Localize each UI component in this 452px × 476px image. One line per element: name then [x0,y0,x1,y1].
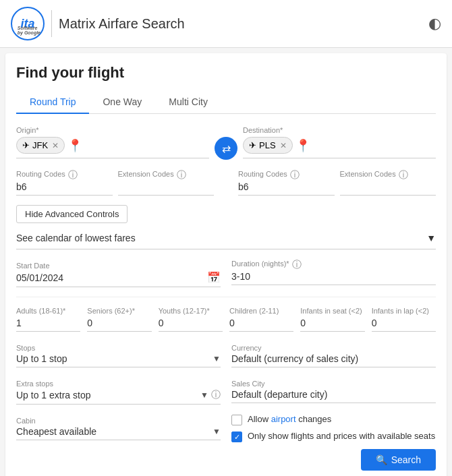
dest-plane-icon: ✈ [249,140,256,150]
destination-pin-icon[interactable]: 📍 [295,138,310,153]
search-button-label: Search [391,454,421,465]
logo-subtext: Softwareby Google [18,26,40,35]
start-date-field: Start Date 📅 [16,259,221,287]
airport-changes-checkbox[interactable] [231,415,242,425]
calendar-link-text: See calendar of lowest fares [16,233,136,243]
passengers-row: Adults (18-61)* Seniors (62+)* Youths (1… [16,307,436,332]
origin-routing-label: Routing Codes [16,170,65,178]
origin-label: Origin* [16,126,209,134]
origin-field: Origin* ✈ JFK ✕ 📍 [16,126,209,158]
calendar-link[interactable]: See calendar of lowest fares ▼ [16,233,436,249]
swap-button[interactable]: ⇄ [215,137,237,160]
tab-round-trip[interactable]: Round Trip [16,91,89,114]
cabin-arrow-icon: ▼ [213,427,221,436]
currency-field: Currency Default (currency of sales city… [231,341,436,367]
dest-extension-help-icon[interactable]: ⓘ [399,169,408,181]
stops-arrow-icon: ▼ [213,354,221,363]
date-duration-row: Start Date 📅 Duration (nights)* ⓘ [16,259,436,287]
infants-lap-label: Infants in lap (<2) [372,307,436,315]
origin-extension-input[interactable] [118,181,215,192]
youths-input[interactable] [159,318,223,332]
cabin-label: Cabin [16,417,36,425]
seniors-input[interactable] [87,318,151,332]
origin-extension-label: Extension Codes [118,170,174,178]
logo-icon: ita Softwareby Google [11,7,45,40]
main-content: Find your flight Round Trip One Way Mult… [5,53,447,476]
available-seats-label: Only show flights and prices with availa… [248,431,435,441]
dest-routing-label: Routing Codes [238,170,287,178]
sales-city-label: Sales City [231,380,265,388]
extra-stops-dropdown[interactable]: Up to 1 extra stop ▼ ⓘ [16,389,221,405]
infants-lap-field: Infants in lap (<2) [372,307,436,332]
tab-one-way[interactable]: One Way [89,91,155,114]
logo-divider [51,10,52,37]
extra-stops-field: Extra stops Up to 1 extra stop ▼ ⓘ [16,377,221,405]
duration-label: Duration (nights)* [231,260,289,268]
destination-label: Destination* [243,126,436,134]
duration-help-icon[interactable]: ⓘ [292,259,302,271]
destination-field: Destination* ✈ PLS ✕ 📍 [243,126,436,158]
origin-extension-help-icon[interactable]: ⓘ [177,169,186,181]
destination-remove-icon[interactable]: ✕ [280,141,287,150]
origin-pin-icon[interactable]: 📍 [67,138,82,153]
airport-highlight: airport [271,414,296,424]
checkmark-icon: ✓ [234,433,240,442]
stops-dropdown[interactable]: Up to 1 stop ▼ [16,353,221,367]
infants-seat-label: Infants in seat (<2) [300,307,364,315]
bottom-row: 🔍 Search [16,449,436,471]
tab-multi-city[interactable]: Multi City [155,91,221,114]
sales-city-field: Sales City Default (departure city) [231,377,436,405]
search-button[interactable]: 🔍 Search [361,449,436,471]
adults-field: Adults (18-61)* [16,307,80,332]
origin-remove-icon[interactable]: ✕ [52,141,59,150]
cabin-dropdown[interactable]: Cheapest available ▼ [16,426,221,440]
youths-field: Youths (12-17)* [159,307,223,332]
routing-row: Routing Codes ⓘ Extension Codes ⓘ Routin… [16,169,436,196]
dest-routing-help-icon[interactable]: ⓘ [290,169,300,181]
page-title: Find your flight [16,64,436,82]
duration-input[interactable] [231,271,436,282]
sales-city-value: Default (departure city) [231,389,327,400]
dest-extension-group: Extension Codes ⓘ [340,169,436,196]
stops-value: Up to 1 stop [16,353,213,364]
seniors-label: Seniors (62+)* [87,307,151,315]
plane-icon: ✈ [22,140,30,150]
stops-currency-row: Stops Up to 1 stop ▼ Currency Default (c… [16,341,436,367]
logo-area: ita Softwareby Google Matrix Airfare Sea… [11,7,185,40]
duration-field: Duration (nights)* ⓘ [231,259,436,287]
stops-label: Stops [16,344,35,352]
available-seats-checkbox[interactable]: ✓ [231,432,242,442]
seniors-field: Seniors (62+)* [87,307,151,332]
children-input[interactable] [229,318,293,332]
search-icon: 🔍 [376,454,387,465]
extra-stops-label: Extra stops [16,380,53,388]
start-date-input[interactable] [16,272,207,283]
origin-routing-input[interactable] [16,181,113,192]
hide-advanced-controls-button[interactable]: Hide Advanced Controls [16,205,128,223]
origin-routing-help-icon[interactable]: ⓘ [68,169,78,181]
children-label: Children (2-11) [229,307,293,315]
infants-lap-input[interactable] [372,318,436,332]
dest-routing-group: Routing Codes ⓘ [238,169,335,196]
currency-value: Default (currency of sales city) [231,353,358,364]
brightness-icon[interactable]: ◐ [428,15,441,32]
start-date-label: Start Date [16,262,50,270]
adults-input[interactable] [16,318,80,332]
dest-extension-input[interactable] [340,181,436,192]
extra-stops-sales-row: Extra stops Up to 1 extra stop ▼ ⓘ Sales… [16,377,436,405]
cabin-checkboxes-row: Cabin Cheapest available ▼ Allow airport… [16,414,436,442]
currency-label: Currency [231,344,262,352]
extra-stops-arrow-icon: ▼ [200,390,208,400]
youths-label: Youths (12-17)* [159,307,223,315]
app-title: Matrix Airfare Search [59,16,185,32]
destination-code: PLS [259,140,276,150]
origin-chip[interactable]: ✈ JFK ✕ [16,137,65,154]
infants-seat-input[interactable] [300,318,364,332]
stops-field: Stops Up to 1 stop ▼ [16,341,221,367]
extra-stops-help-icon[interactable]: ⓘ [211,389,221,401]
calendar-icon[interactable]: 📅 [207,271,221,284]
destination-chip[interactable]: ✈ PLS ✕ [243,137,293,154]
dest-routing-input[interactable] [238,181,335,192]
infants-seat-field: Infants in seat (<2) [300,307,364,332]
available-seats-row: ✓ Only show flights and prices with avai… [231,431,436,442]
